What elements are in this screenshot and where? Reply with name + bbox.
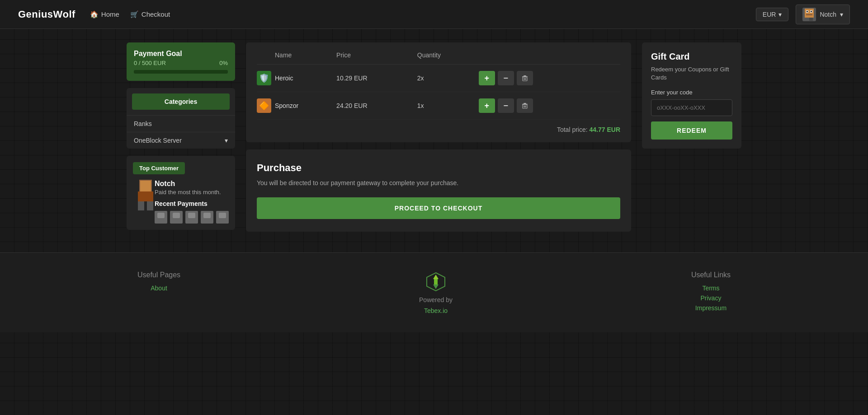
navbar-right: EUR ▾ Notch ▾ bbox=[756, 5, 850, 24]
gift-card-box: Gift Card Redeem your Coupons or Gift Ca… bbox=[642, 42, 741, 149]
gift-card-title: Gift Card bbox=[651, 51, 732, 62]
svg-rect-14 bbox=[522, 104, 528, 105]
item-icon-heroic: 🛡️ bbox=[257, 71, 271, 85]
svg-rect-3 bbox=[807, 11, 808, 12]
col-quantity: Quantity bbox=[417, 51, 479, 65]
sidebar-item-ranks[interactable]: Ranks bbox=[127, 115, 235, 132]
progress-bar bbox=[134, 70, 228, 74]
qty-delete-sponzor[interactable] bbox=[517, 98, 533, 113]
item-name-sponzor: Sponzor bbox=[275, 92, 336, 120]
customer-details: Notch Paid the most this month. Recent P… bbox=[155, 180, 229, 224]
gift-card-input[interactable] bbox=[651, 99, 732, 116]
top-customer-box: Top Customer Notch Paid the most this mo… bbox=[127, 156, 235, 230]
footer-useful-pages-title: Useful Pages bbox=[137, 271, 180, 279]
brand-logo: GeniusWolf bbox=[18, 9, 75, 20]
cart-box: Name Price Quantity 🛡️ Heroic 10.29 EUR … bbox=[246, 42, 631, 142]
customer-description: Paid the most this month. bbox=[155, 189, 229, 196]
qty-subtract-sponzor[interactable]: − bbox=[498, 98, 514, 113]
item-price-heroic: 10.29 EUR bbox=[336, 65, 417, 92]
top-customer-info: Notch Paid the most this month. Recent P… bbox=[133, 180, 229, 224]
sidebar-item-oneblock[interactable]: OneBlock Server ▾ bbox=[127, 132, 235, 149]
proceed-to-checkout-button[interactable]: PROCEED TO CHECKOUT bbox=[257, 197, 620, 219]
notch-avatar-icon bbox=[802, 8, 816, 21]
total-label: Total price: bbox=[557, 126, 588, 133]
user-menu[interactable]: Notch ▾ bbox=[796, 5, 850, 24]
customer-name: Notch bbox=[155, 180, 229, 188]
top-customer-button[interactable]: Top Customer bbox=[133, 162, 185, 174]
chevron-down-icon: ▾ bbox=[778, 11, 782, 18]
purchase-box: Purchase You will be directed to our pay… bbox=[246, 149, 631, 232]
footer: Useful Pages About Powered by Tebex.io U… bbox=[0, 252, 868, 332]
table-row: 🔶 Sponzor 24.20 EUR 1x + − bbox=[257, 92, 620, 120]
tebex-logo-icon bbox=[425, 271, 447, 293]
svg-rect-7 bbox=[809, 18, 813, 21]
nav-checkout[interactable]: 🛒 Checkout bbox=[130, 10, 170, 19]
chevron-down-icon: ▾ bbox=[225, 137, 228, 144]
payment-goal-amount: 0 / 500 EUR bbox=[134, 60, 166, 66]
chevron-down-icon: ▾ bbox=[840, 11, 843, 18]
qty-add-heroic[interactable]: + bbox=[479, 71, 495, 85]
payment-goal-box: Payment Goal 0 / 500 EUR 0% bbox=[127, 42, 235, 81]
col-price: Price bbox=[336, 51, 417, 65]
svg-rect-5 bbox=[806, 14, 812, 15]
footer-link-privacy[interactable]: Privacy bbox=[691, 294, 731, 302]
recent-avatar bbox=[170, 211, 183, 224]
item-qty-heroic: 2x bbox=[417, 65, 479, 92]
table-row: 🛡️ Heroic 10.29 EUR 2x + − bbox=[257, 65, 620, 92]
item-icon-sponzor: 🔶 bbox=[257, 98, 271, 113]
qty-controls-heroic: + − bbox=[479, 71, 620, 85]
recent-avatar bbox=[155, 211, 167, 224]
qty-subtract-heroic[interactable]: − bbox=[498, 71, 514, 85]
svg-rect-8 bbox=[522, 76, 528, 77]
svg-marker-21 bbox=[433, 275, 439, 279]
footer-link-impressum[interactable]: Impressum bbox=[691, 304, 731, 312]
col-controls bbox=[479, 51, 620, 65]
item-name-heroic: Heroic bbox=[275, 65, 336, 92]
purchase-description: You will be directed to our payment gate… bbox=[257, 179, 620, 187]
categories-button[interactable]: Categories bbox=[132, 93, 230, 110]
qty-delete-heroic[interactable] bbox=[517, 71, 533, 85]
username-label: Notch bbox=[820, 11, 836, 18]
qty-add-sponzor[interactable]: + bbox=[479, 98, 495, 113]
payment-goal-sub: 0 / 500 EUR 0% bbox=[134, 60, 228, 66]
payment-goal-percent: 0% bbox=[219, 60, 228, 66]
col-name: Name bbox=[275, 51, 336, 65]
col-icon bbox=[257, 51, 275, 65]
qty-controls-sponzor: + − bbox=[479, 98, 620, 113]
trash-icon bbox=[522, 103, 528, 109]
recent-payments-label: Recent Payments bbox=[155, 200, 229, 207]
categories-box: Categories Ranks OneBlock Server ▾ bbox=[127, 88, 235, 149]
footer-link-about[interactable]: About bbox=[137, 284, 180, 292]
main-wrapper: Payment Goal 0 / 500 EUR 0% Categories R… bbox=[108, 29, 760, 245]
svg-rect-15 bbox=[524, 103, 526, 104]
cart-icon: 🛒 bbox=[130, 10, 139, 19]
footer-link-terms[interactable]: Terms bbox=[691, 284, 731, 292]
gift-card-description: Redeem your Coupons or Gift Cards bbox=[651, 65, 732, 82]
footer-powered-by: Powered by bbox=[419, 296, 453, 303]
navbar-left: GeniusWolf 🏠 Home 🛒 Checkout bbox=[18, 9, 170, 20]
nav-home[interactable]: 🏠 Home bbox=[90, 10, 119, 19]
redeem-button[interactable]: REDEEM bbox=[651, 121, 732, 140]
svg-rect-0 bbox=[805, 9, 814, 18]
total-price-row: Total price: 44.77 EUR bbox=[257, 120, 620, 133]
recent-avatars bbox=[155, 211, 229, 224]
currency-selector[interactable]: EUR ▾ bbox=[756, 8, 789, 21]
recent-avatar bbox=[216, 211, 229, 224]
recent-avatar bbox=[185, 211, 198, 224]
svg-marker-22 bbox=[433, 284, 439, 289]
trash-icon bbox=[522, 75, 528, 81]
total-price-value: 44.77 EUR bbox=[590, 126, 620, 133]
purchase-title: Purchase bbox=[257, 162, 620, 174]
sidebar: Payment Goal 0 / 500 EUR 0% Categories R… bbox=[127, 42, 235, 232]
footer-useful-pages: Useful Pages About bbox=[137, 271, 180, 294]
recent-avatar bbox=[201, 211, 213, 224]
navbar: GeniusWolf 🏠 Home 🛒 Checkout EUR ▾ bbox=[0, 0, 868, 29]
footer-useful-links: Useful Links Terms Privacy Impressum bbox=[691, 271, 731, 314]
right-sidebar: Gift Card Redeem your Coupons or Gift Ca… bbox=[642, 42, 741, 232]
footer-tebex-link[interactable]: Tebex.io bbox=[424, 307, 448, 314]
item-price-sponzor: 24.20 EUR bbox=[336, 92, 417, 120]
svg-rect-6 bbox=[806, 18, 809, 21]
payment-goal-title: Payment Goal bbox=[134, 50, 228, 58]
footer-useful-links-title: Useful Links bbox=[691, 271, 731, 279]
content-area: Name Price Quantity 🛡️ Heroic 10.29 EUR … bbox=[246, 42, 631, 232]
